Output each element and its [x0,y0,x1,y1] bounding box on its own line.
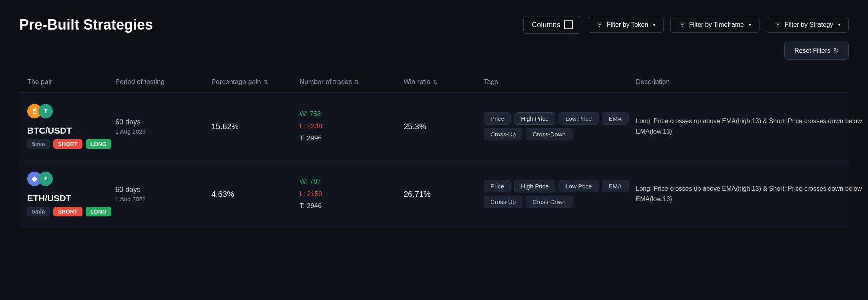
reset-filters-label: Reset Filters [794,47,830,54]
long-badge-btc: LONG [86,139,111,149]
header-controls: Columns Filter by Token ▾ Filter by Time… [523,16,849,34]
tag-low-price-eth: Low Price [559,180,599,192]
col-period: Period of testing [115,78,211,86]
col-trades[interactable]: Number of trades ⇅ [299,78,404,86]
reset-filters-row: Reset Filters ↻ [19,42,849,60]
tag-ema-btc: EMA [602,112,629,125]
period-date-eth: 1 Aug 2023 [115,196,211,202]
table-header: The pair Period of testing Percentage ga… [19,72,849,93]
table-row: ◆ ₮ ETH/USDT 5min SHORT LONG 60 days 1 A… [19,160,849,228]
gain-sort-icon[interactable]: ⇅ [263,79,268,85]
pair-icons-btc: ₿ ₮ [27,104,115,118]
period-date-btc: 1 Aug 2023 [115,128,211,135]
col-pair: The pair [27,78,115,86]
trades-loss-btc: L: 2238 [299,120,404,133]
usdt-coin-icon-eth: ₮ [38,172,53,186]
timeframe-badge-btc: 5min [27,139,50,149]
strategies-table: The pair Period of testing Percentage ga… [19,72,849,228]
description-cell-btc: Long: Price crosses up above EMA(high,13… [636,116,868,136]
gain-cell-eth: 4.63% [211,190,299,199]
trades-win-eth: W: 787 [299,176,404,188]
columns-icon [564,20,573,29]
winratio-sort-icon[interactable]: ⇅ [433,79,438,85]
tag-low-price-btc: Low Price [559,112,599,125]
col-description: Description [636,78,868,86]
trades-total-eth: T: 2946 [299,200,404,212]
period-days-eth: 60 days [115,186,211,194]
tag-price-eth: Price [484,180,511,192]
filter-token-label: Filter by Token [607,21,648,28]
filter-strategy-label: Filter by Strategy [785,21,833,28]
period-days-btc: 60 days [115,118,211,126]
trades-cell-btc: W: 758 L: 2238 T: 2996 [299,108,404,145]
trades-total-btc: T: 2996 [299,132,404,145]
description-cell-eth: Long: Price crosses up above EMA(high,13… [636,184,868,204]
period-cell-btc: 60 days 1 Aug 2023 [115,118,211,135]
long-badge-eth: LONG [86,207,111,216]
pair-icons-eth: ◆ ₮ [27,172,115,186]
tag-high-price-btc: High Price [514,112,555,125]
trades-cell-eth: W: 787 L: 2159 T: 2946 [299,176,404,212]
pair-badges-btc: 5min SHORT LONG [27,139,115,149]
page-container: Pre-Built Strategies Columns Filter by T… [0,0,868,244]
filter-icon [596,21,603,28]
usdt-coin-icon: ₮ [38,104,53,118]
table-row: ₿ ₮ BTC/USDT 5min SHORT LONG 60 days 1 A… [19,93,849,160]
tag-high-price-eth: High Price [514,180,555,192]
tag-cross-up-eth: Cross-Up [484,196,522,208]
pair-cell-eth: ◆ ₮ ETH/USDT 5min SHORT LONG [27,172,115,216]
chevron-down-strategy-icon: ▾ [838,22,840,28]
tag-price-btc: Price [484,112,511,125]
tags-cell-btc: Price High Price Low Price EMA Cross-Up … [484,112,636,140]
tag-cross-down-eth: Cross-Down [526,196,573,208]
tag-ema-eth: EMA [602,180,629,192]
trades-win-btc: W: 758 [299,108,404,120]
tag-cross-down-btc: Cross-Down [526,128,573,140]
tags-cell-eth: Price High Price Low Price EMA Cross-Up … [484,180,636,208]
col-tags: Tags [484,78,636,86]
win-ratio-cell-btc: 25.3% [404,122,484,131]
trades-sort-icon[interactable]: ⇅ [354,79,359,85]
columns-label: Columns [532,21,560,29]
short-badge-btc: SHORT [53,139,82,149]
page-header: Pre-Built Strategies Columns Filter by T… [19,16,849,34]
pair-cell-btc: ₿ ₮ BTC/USDT 5min SHORT LONG [27,104,115,149]
short-badge-eth: SHORT [53,207,82,216]
filter-strategy-button[interactable]: Filter by Strategy ▾ [766,17,849,33]
trades-loss-eth: L: 2159 [299,188,404,200]
filter-strategy-icon [774,21,782,28]
page-title: Pre-Built Strategies [19,16,153,33]
chevron-down-icon: ▾ [653,22,655,28]
tag-cross-up-btc: Cross-Up [484,128,522,140]
filter-timeframe-label: Filter by Timeframe [689,21,744,28]
columns-button[interactable]: Columns [523,16,581,34]
pair-name-btc: BTC/USDT [27,126,115,136]
reset-filters-button[interactable]: Reset Filters ↻ [784,42,849,60]
col-winratio[interactable]: Win ratio ⇅ [404,78,484,86]
win-ratio-cell-eth: 26.71% [404,190,484,199]
filter-token-button[interactable]: Filter by Token ▾ [588,17,664,33]
period-cell-eth: 60 days 1 Aug 2023 [115,186,211,202]
reset-icon: ↻ [834,47,839,54]
timeframe-badge-eth: 5min [27,207,50,216]
pair-name-eth: ETH/USDT [27,193,115,204]
filter-timeframe-button[interactable]: Filter by Timeframe ▾ [670,17,760,33]
pair-badges-eth: 5min SHORT LONG [27,207,115,216]
chevron-down-timeframe-icon: ▾ [749,22,751,28]
gain-cell-btc: 15.62% [211,122,299,131]
filter-timeframe-icon [679,21,686,28]
col-gain[interactable]: Percentage gain ⇅ [211,78,299,86]
